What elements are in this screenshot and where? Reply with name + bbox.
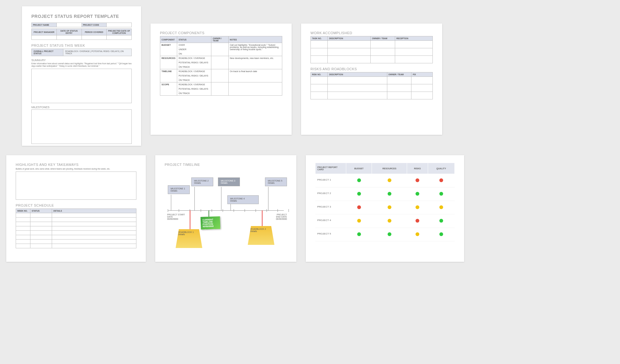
status-dot-cell <box>346 228 372 241</box>
th-reception: RECEPTION <box>395 36 432 41</box>
row-1: PROJECT STATUS REPORT TEMPLATE PROJECT N… <box>6 6 614 146</box>
milestone-1-details: Details <box>171 190 187 192</box>
status-dot-icon <box>439 205 443 209</box>
milestone-3: MILESTONE 3 Details <box>218 177 240 186</box>
notes-resources: New developments, new team members, etc. <box>228 56 282 69</box>
milestone-5-title: MILESTONE 5 <box>268 180 284 182</box>
page-components: PROJECT COMPONENTS COMPONENT STATUS OWNE… <box>151 24 292 135</box>
table-work: TASK NO. DESCRIPTION OWNER / TEAM RECEPT… <box>310 36 433 63</box>
rc-hdr-resources: RESOURCES <box>372 163 407 174</box>
status-dot-cell <box>407 201 428 214</box>
status-dot-icon <box>388 232 391 236</box>
table-row <box>16 244 136 248</box>
th-desc: DESCRIPTION <box>328 72 387 77</box>
row-budget: BUDGET OVER - UNDER - ON Call out highli… <box>160 43 282 56</box>
table-project-info-2: PROJECT MANAGER DATE OF STATUS ENTRY PER… <box>31 29 132 40</box>
roadblock-1-details: Details <box>178 233 200 235</box>
hdr-work: WORK ACCOMPLISHED <box>310 31 433 35</box>
project-name: PROJECT 1 <box>315 174 346 187</box>
table-row <box>16 226 136 230</box>
overall-status-bar: OVERALL PROJECT STATUS ROADBLOCK / OVERA… <box>31 49 132 56</box>
hdr-milestones: MILESTONES <box>31 106 132 109</box>
rc-hdr-quality: QUALITY <box>428 163 454 174</box>
th-component: COMPONENT <box>160 36 177 43</box>
roadblock-2-details: Details <box>250 230 272 232</box>
rc-hdr-budget: BUDGET <box>346 163 372 174</box>
owner-scope[interactable] <box>211 82 228 96</box>
highlights-note: Bullets of great work, who owns what, wh… <box>16 168 136 170</box>
highlights-box[interactable] <box>16 171 136 200</box>
table-schedule: WEEK NO. STATUS DETAILS <box>16 208 136 248</box>
table-project-info-1: PROJECT NAME PROJECT CODE <box>31 23 132 27</box>
project-end: PROJECT END DATE 00/00/0000 <box>276 214 287 220</box>
hdr-highlights: HIGHLIGHTS AND KEY TAKEAWAYS <box>16 163 136 166</box>
roadblock-1-line <box>190 210 190 229</box>
current-position: CURRENT TIMELINE POSITION 00/00/0000 <box>200 216 220 229</box>
roadblock-1: ROADBLOCK 1 Details <box>176 229 202 248</box>
status-dot-icon <box>439 232 443 236</box>
table-row <box>16 230 136 235</box>
status-dot-cell <box>372 214 407 228</box>
status-dot-icon <box>416 178 419 182</box>
status-dot-cell <box>372 174 407 187</box>
th-taskno: TASK NO. <box>311 36 328 41</box>
status-dot-icon <box>416 205 419 209</box>
milestone-4-details: Details <box>230 200 256 202</box>
roadblock-1-title: ROADBLOCK 1 <box>178 231 200 233</box>
milestone-2-details: Details <box>194 182 210 184</box>
summary-note: Enter information here about overall sta… <box>31 62 132 67</box>
row-resources: RESOURCES ROADBLOCK / OVERAGE - POTENTIA… <box>160 56 282 69</box>
lbl-timeline: TIMELINE <box>160 69 177 82</box>
notes-scope <box>228 82 282 96</box>
th-owner: OWNER / TEAM <box>211 36 228 43</box>
cell-project-name[interactable] <box>56 23 82 27</box>
owner-timeline[interactable] <box>211 69 228 82</box>
status-dot-cell <box>428 187 454 201</box>
milestone-3-details: Details <box>221 182 237 184</box>
status-resources: ROADBLOCK / OVERAGE - POTENTIAL RISKS / … <box>177 56 211 69</box>
notes-budget: Call out highlights: "Exceptional work,"… <box>228 43 282 56</box>
table-row <box>311 41 433 48</box>
status-dot-icon <box>388 219 391 223</box>
milestones-box[interactable] <box>31 109 132 144</box>
notes-timeline: On track to final launch date <box>228 69 282 82</box>
page-status-report: PROJECT STATUS REPORT TEMPLATE PROJECT N… <box>22 6 141 146</box>
project-name: PROJECT 4 <box>315 214 346 228</box>
page-timeline: PROJECT TIMELINE MILESTONE 1 Details MIL… <box>155 155 296 262</box>
owner-budget[interactable] <box>211 43 228 56</box>
cell-project-code[interactable] <box>107 23 132 27</box>
status-dot-icon <box>416 219 419 223</box>
hdr-project-name: PROJECT NAME <box>32 23 57 27</box>
milestone-5: MILESTONE 5 Details <box>265 177 287 186</box>
row-timeline: TIMELINE ROADBLOCK / OVERAGE - POTENTIAL… <box>160 69 282 82</box>
status-dot-icon <box>439 219 443 223</box>
status-budget: OVER - UNDER - ON <box>177 43 211 56</box>
overall-status-label: OVERALL PROJECT STATUS <box>32 49 63 56</box>
milestone-3-title: MILESTONE 3 <box>221 180 237 182</box>
status-dot-cell <box>407 187 428 201</box>
table-row <box>311 84 433 92</box>
th-details: DETAILS <box>52 208 136 213</box>
table-row <box>311 56 433 63</box>
owner-resources[interactable] <box>211 56 228 69</box>
status-dot-icon <box>439 178 443 182</box>
project-name: PROJECT 5 <box>315 228 346 241</box>
report-card-row: PROJECT 3 <box>315 201 455 214</box>
th-status: STATUS <box>177 36 211 43</box>
status-dot-icon <box>357 192 361 196</box>
table-row <box>16 213 136 217</box>
report-card-row: PROJECT 2 <box>315 187 455 201</box>
table-row <box>16 222 136 226</box>
table-row <box>311 77 433 84</box>
lbl-budget: BUDGET <box>160 43 177 56</box>
page-work-risks: WORK ACCOMPLISHED TASK NO. DESCRIPTION O… <box>301 24 442 135</box>
status-dot-icon <box>439 192 443 196</box>
hdr-schedule: PROJECT SCHEDULE <box>16 203 136 207</box>
status-dot-icon <box>416 192 419 196</box>
milestone-1-title: MILESTONE 1 <box>171 187 187 190</box>
status-dot-icon <box>357 232 361 236</box>
summary-box[interactable] <box>31 69 132 103</box>
status-dot-icon <box>357 205 361 209</box>
report-card-row: PROJECT 4 <box>315 214 455 228</box>
status-scope: ROADBLOCK / OVERAGE - POTENTIAL RISKS / … <box>177 82 211 96</box>
